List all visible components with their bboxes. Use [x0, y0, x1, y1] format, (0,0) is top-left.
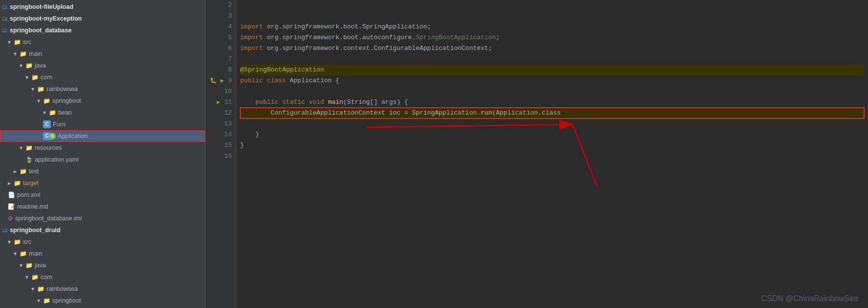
code-content: 2345678🐛 ▶910▶111213141516 import org.sp… — [206, 0, 868, 308]
tree-item-main[interactable]: 📁main — [0, 48, 205, 60]
tree-item-bean[interactable]: 📁bean — [0, 107, 205, 118]
tree-item-application.yaml[interactable]: 🍃application.yaml — [0, 154, 205, 166]
folder-icon: 📁 — [31, 72, 39, 82]
code-line-5[interactable]: import org.springframework.boot.autoconf… — [240, 32, 864, 43]
tree-item-springboot_database.iml[interactable]: ⚙springboot_database.iml — [0, 213, 205, 224]
folder-icon: 📁 — [43, 96, 50, 106]
tree-label: rainbowsea — [46, 284, 78, 294]
token-kw: class — [267, 75, 286, 86]
tree-item-springboot_druid[interactable]: 🗂springboot_druid — [0, 224, 205, 236]
tree-label: springboot — [52, 296, 81, 306]
tree-item-com2[interactable]: 📁com — [0, 271, 205, 283]
code-line-2[interactable] — [240, 0, 864, 11]
run-icon[interactable]: ▶ — [214, 98, 222, 106]
code-line-3[interactable] — [240, 11, 864, 22]
line-num-text: 10 — [224, 86, 232, 97]
code-line-16[interactable] — [240, 151, 864, 162]
tree-item-readme.md[interactable]: 📝readme.md — [0, 201, 205, 213]
token-plain — [278, 97, 282, 108]
tree-label: com — [41, 272, 52, 282]
token-plain: org.springframework.context.Configurable… — [263, 43, 492, 54]
file-tree: 🗂springboot-fileUpload🗂springboot-myExce… — [0, 0, 206, 308]
folder-icon: 📁 — [25, 61, 33, 71]
code-line-14[interactable]: } — [240, 129, 864, 140]
tree-item-springboot_database[interactable]: 🗂springboot_database — [0, 24, 205, 36]
tree-label: springboot_database.iml — [15, 213, 82, 223]
run-icon[interactable]: ▶ — [218, 77, 226, 85]
code-line-7[interactable] — [240, 54, 864, 65]
line-number-11: ▶11 — [209, 97, 232, 108]
token-kw: public — [255, 97, 278, 108]
code-line-13[interactable] — [240, 118, 864, 129]
token-method: run — [480, 108, 492, 118]
token-plain: ConfigurableApplicationContext ioc = Spr… — [240, 108, 480, 118]
folder-icon: 📁 — [14, 37, 21, 47]
code-line-9[interactable]: public class Application { — [240, 75, 864, 86]
folder-open-icon — [14, 249, 18, 259]
tree-item-com[interactable]: 📁com — [0, 71, 205, 83]
spring-class-icon: C ⚙ — [43, 132, 56, 140]
code-line-6[interactable]: import org.springframework.context.Confi… — [240, 43, 864, 54]
line-num-text: 8 — [228, 65, 232, 75]
token-kw: import — [240, 32, 263, 43]
tree-label: src — [23, 37, 31, 47]
tree-item-rainbowsea2[interactable]: 📁rainbowsea — [0, 283, 205, 295]
tree-item-resources[interactable]: 📁resources — [0, 142, 205, 154]
tree-item-java[interactable]: 📁java — [0, 60, 205, 71]
tree-label: com — [41, 72, 52, 82]
tree-label: bean — [58, 108, 72, 118]
code-line-8[interactable]: @SpringBootApplication — [240, 65, 864, 75]
tree-item-test[interactable]: 📁test — [0, 166, 205, 177]
line-number-16: 16 — [209, 151, 232, 162]
tree-item-springboot-myException[interactable]: 🗂springboot-myException — [0, 13, 205, 24]
tree-item-springboot-fileUpload[interactable]: 🗂springboot-fileUpload — [0, 1, 205, 13]
code-line-4[interactable]: import org.springframework.boot.SpringAp… — [240, 22, 864, 32]
tree-label: main — [29, 249, 42, 259]
tree-item-src2[interactable]: 📁src — [0, 236, 205, 248]
gutter-icons: ▶ — [214, 98, 222, 106]
line-num-text: 14 — [224, 129, 232, 140]
line-number-9: 🐛 ▶9 — [209, 75, 232, 86]
code-lines: import org.springframework.boot.SpringAp… — [236, 0, 868, 308]
code-line-12[interactable]: ConfigurableApplicationContext ioc = Spr… — [240, 108, 864, 118]
tree-label: main — [29, 49, 42, 59]
line-number-4: 4 — [209, 22, 232, 32]
yaml-icon: 🍃 — [25, 155, 33, 165]
folder-open-icon — [43, 108, 47, 118]
java-class-icon: C — [43, 120, 51, 128]
tree-label: readme.md — [17, 202, 48, 212]
tree-label: pom.xml — [17, 190, 40, 200]
tree-item-main2[interactable]: 📁main — [0, 248, 205, 260]
folder-open-icon — [20, 261, 23, 270]
token-kw: import — [240, 43, 263, 54]
token-ann: @SpringBootApplication — [240, 65, 324, 75]
token-plain — [324, 97, 328, 108]
code-line-10[interactable] — [240, 86, 864, 97]
line-num-text: 11 — [224, 97, 232, 108]
folder-icon: 📁 — [20, 166, 27, 176]
folder-open-icon — [20, 61, 23, 71]
line-num-text: 2 — [228, 0, 232, 11]
folder-icon: 📁 — [20, 249, 27, 259]
tree-label: Application — [58, 131, 88, 141]
tree-item-rainbowsea[interactable]: 📁rainbowsea — [0, 83, 205, 95]
code-line-11[interactable]: public static void main(String[] args) { — [240, 97, 864, 108]
folder-open-icon — [37, 296, 41, 306]
tree-item-pom.xml[interactable]: 📄pom.xml — [0, 189, 205, 201]
code-line-15[interactable]: } — [240, 140, 864, 151]
line-number-5: 5 — [209, 32, 232, 43]
token-plain: org.springframework.boot.SpringApplicati… — [263, 22, 431, 32]
line-num-text: 5 — [228, 32, 232, 43]
tree-item-springboot[interactable]: 📁springboot — [0, 95, 205, 107]
tree-item-java2[interactable]: 📁java — [0, 260, 205, 271]
debug-icon[interactable]: 🐛 — [209, 77, 217, 85]
tree-item-Application[interactable]: C ⚙ Application — [0, 130, 205, 142]
tree-item-springboot2[interactable]: 📁springboot — [0, 295, 205, 307]
tree-item-Furn[interactable]: CFurn — [0, 118, 205, 130]
tree-item-src[interactable]: 📁src — [0, 36, 205, 48]
tree-item-target[interactable]: 📁target — [0, 177, 205, 189]
folder-open-icon — [31, 284, 35, 294]
tree-label: rainbowsea — [46, 84, 78, 94]
line-number-14: 14 — [209, 129, 232, 140]
tree-label: java — [35, 61, 46, 71]
